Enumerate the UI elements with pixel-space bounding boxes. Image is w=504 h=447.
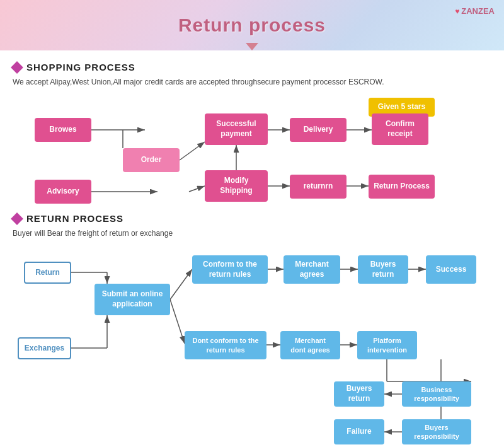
buyers-resp-box: Buyersresponsibility bbox=[402, 419, 471, 444]
brand-logo: ♥ ZANZEA bbox=[455, 6, 495, 16]
diamond-icon-2 bbox=[11, 212, 23, 225]
confirm-box: Confirmreceipt bbox=[372, 113, 428, 145]
success-box: Success bbox=[426, 255, 476, 284]
svg-line-4 bbox=[180, 142, 205, 160]
exchanges-box: Exchanges bbox=[18, 337, 71, 359]
successful-box: Successfulpayment bbox=[205, 113, 268, 145]
buyers-return-box: Buyersreturn bbox=[358, 255, 408, 284]
return-box: Return bbox=[24, 262, 71, 284]
brand-heart-icon: ♥ bbox=[455, 7, 459, 16]
svg-line-17 bbox=[170, 269, 192, 299]
shopping-description: We accept Alipay,West Union,All major cr… bbox=[13, 76, 491, 88]
browes-box: Browes bbox=[35, 118, 91, 142]
header-triangle bbox=[246, 43, 258, 50]
shopping-section-header: SHOPPING PROCESS bbox=[13, 62, 491, 73]
header: Return process ♥ ZANZEA bbox=[0, 0, 504, 50]
return-description: Buyer will Bear the freight of return or… bbox=[13, 228, 491, 239]
return-process-box: Return Process bbox=[369, 175, 435, 199]
dont-conform-box: Dont conform to thereturn rules bbox=[185, 331, 266, 359]
page-title: Return process bbox=[178, 15, 326, 36]
modify-box: ModifyShipping bbox=[205, 170, 268, 202]
platform-box: Platformintervention bbox=[357, 331, 417, 359]
conform-box: Conform to thereturn rules bbox=[192, 255, 268, 284]
failure-box: Failure bbox=[334, 419, 384, 444]
main-content: SHOPPING PROCESS We accept Alipay,West U… bbox=[0, 50, 504, 447]
delivery-box: Delivery bbox=[290, 118, 346, 142]
brand-name: ZANZEA bbox=[461, 6, 495, 16]
merchant-dont-box: Merchantdont agrees bbox=[280, 331, 340, 359]
merchant-agrees-box: Merchantagrees bbox=[284, 255, 340, 284]
return-flowchart: Return Submit an onlineapplication Confo… bbox=[13, 249, 491, 444]
return-section-title: RETURN PROCESS bbox=[26, 213, 123, 224]
submit-app-box: Submit an onlineapplication bbox=[94, 284, 170, 315]
svg-line-18 bbox=[170, 299, 185, 344]
buyers-return2-box: Buyersreturn bbox=[334, 381, 384, 407]
shopping-flowchart: Given 5 stars Browes Successfulpayment D… bbox=[13, 98, 491, 208]
returnrn-box: returnrn bbox=[290, 175, 346, 199]
return-section-header: RETURN PROCESS bbox=[13, 213, 491, 224]
order-box: Order bbox=[123, 148, 180, 172]
business-resp-box: Businessresponsibility bbox=[402, 381, 471, 407]
shopping-section-title: SHOPPING PROCESS bbox=[26, 62, 135, 73]
diamond-icon bbox=[11, 61, 23, 74]
svg-line-6 bbox=[189, 186, 205, 192]
advisory-box: Advisory bbox=[35, 180, 91, 204]
